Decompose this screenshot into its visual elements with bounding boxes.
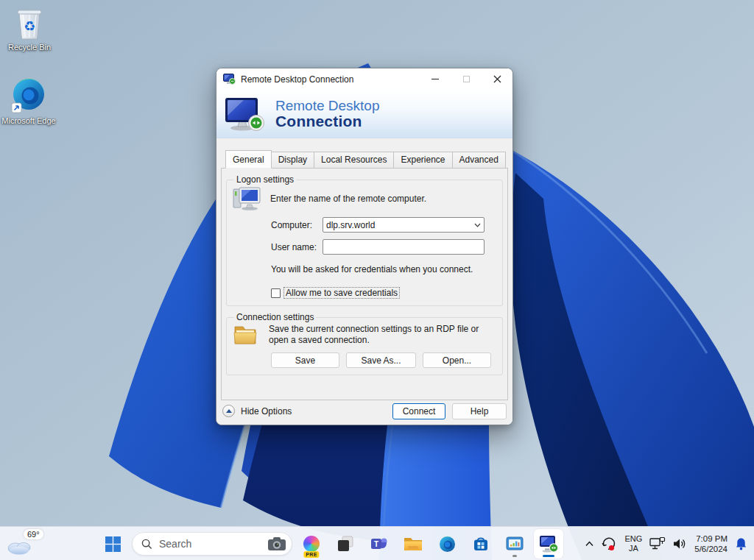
recycle-bin-icon: ♻ — [13, 6, 46, 41]
remote-desktop-taskbar-button[interactable] — [534, 529, 563, 559]
dialog-footer: Hide Options Connect Help — [216, 397, 512, 425]
svg-text:T: T — [374, 540, 378, 548]
tab-general[interactable]: General — [225, 150, 272, 169]
edge-icon — [10, 77, 47, 115]
dialog-body: General Display Local Resources Experien… — [216, 138, 512, 425]
taskbar-center: PRE T — [98, 529, 563, 559]
header-line2: Connection — [275, 113, 380, 130]
tab-panel-general: Logon settings Enter the name of the rem… — [221, 168, 508, 400]
save-button[interactable]: Save — [271, 352, 339, 368]
copilot-icon — [303, 536, 320, 552]
copilot-button[interactable]: PRE — [297, 529, 326, 559]
task-view-icon — [337, 535, 354, 553]
tab-local-resources[interactable]: Local Resources — [314, 152, 394, 169]
connection-settings-label: Connection settings — [234, 312, 316, 322]
language-secondary: JA — [624, 544, 642, 553]
start-button[interactable] — [98, 529, 127, 559]
weather-widget[interactable]: 69° — [6, 529, 54, 559]
cloud-icon — [6, 538, 34, 556]
volume-icon[interactable] — [672, 537, 688, 550]
search-icon — [141, 539, 152, 550]
teams-button[interactable]: T — [364, 529, 394, 559]
remote-desktop-logo-icon — [225, 96, 266, 132]
desktop-icon-label: Recycle Bin — [8, 43, 51, 52]
server-manager-icon — [506, 535, 524, 553]
dialog-header-banner: Remote Desktop Connection — [216, 90, 512, 138]
temperature-badge: 69° — [24, 529, 43, 539]
microsoft-store-button[interactable] — [466, 529, 496, 559]
help-button[interactable]: Help — [452, 403, 507, 419]
close-button[interactable] — [482, 68, 512, 90]
connection-description: Save the current connection settings to … — [269, 324, 491, 346]
microsoft-store-icon — [472, 535, 490, 553]
taskbar: 69° — [0, 526, 754, 560]
language-indicator[interactable]: ENG JA — [624, 534, 642, 553]
desktop: ♻ Recycle Bin Microsoft Edge — [0, 0, 754, 560]
notification-bell-icon[interactable] — [734, 536, 748, 551]
tab-display[interactable]: Display — [271, 152, 314, 169]
connect-button[interactable]: Connect — [392, 403, 445, 419]
copilot-pre-badge: PRE — [303, 551, 319, 558]
credentials-note: You will be asked for credentials when y… — [271, 264, 496, 274]
windows-logo-icon — [105, 536, 121, 552]
desktop-icon-microsoft-edge[interactable]: Microsoft Edge — [1, 77, 56, 126]
hidden-icons-chevron-icon[interactable] — [585, 540, 594, 547]
allow-save-credentials-label[interactable]: Allow me to save credentials — [284, 288, 399, 298]
connection-settings-group: Connection settings Save the current con… — [226, 312, 503, 375]
tab-experience[interactable]: Experience — [393, 152, 452, 169]
computer-combobox[interactable] — [323, 217, 485, 233]
hide-options-label: Hide Options — [241, 406, 292, 417]
tab-advanced[interactable]: Advanced — [452, 152, 506, 169]
logon-settings-label: Logon settings — [234, 174, 296, 185]
file-explorer-icon — [404, 536, 423, 552]
network-icon[interactable] — [649, 536, 666, 551]
teams-icon: T — [370, 535, 388, 553]
chevron-down-icon[interactable] — [471, 223, 484, 227]
dialog-header-text: Remote Desktop Connection — [275, 98, 380, 130]
dialog-titlebar[interactable]: Remote Desktop Connection — [216, 68, 512, 90]
header-line1: Remote Desktop — [275, 98, 380, 113]
system-tray: ENG JA 7:09 PM 5/6/2024 — [585, 527, 748, 560]
server-manager-button[interactable] — [500, 529, 529, 559]
clock[interactable]: 7:09 PM 5/6/2024 — [694, 534, 727, 554]
logon-instruction: Enter the name of the remote computer. — [270, 194, 426, 204]
maximize-button — [451, 68, 482, 90]
dialog-title: Remote Desktop Connection — [241, 74, 420, 85]
minimize-button[interactable] — [420, 68, 451, 90]
running-indicator — [512, 555, 517, 557]
svg-text:♻: ♻ — [24, 18, 35, 34]
maximize-icon — [463, 76, 470, 82]
edge-icon — [438, 535, 457, 553]
search-input[interactable] — [159, 538, 267, 550]
rdp-titlebar-icon — [223, 74, 236, 85]
computer-label: Computer: — [271, 220, 323, 230]
folder-icon — [233, 324, 258, 346]
tab-bar: General Display Local Resources Experien… — [225, 152, 512, 169]
hide-options-button[interactable]: Hide Options — [222, 405, 392, 417]
allow-save-credentials-checkbox[interactable] — [271, 288, 281, 298]
computer-input[interactable] — [323, 220, 471, 230]
username-input[interactable] — [323, 239, 485, 255]
restart-pending-icon[interactable] — [601, 536, 618, 552]
taskbar-search[interactable] — [132, 532, 292, 556]
save-as-button[interactable]: Save As... — [346, 352, 416, 368]
collapse-circle-icon — [222, 405, 235, 417]
visual-search-camera-icon[interactable] — [267, 536, 286, 551]
username-label: User name: — [271, 242, 323, 252]
desktop-icon-label: Microsoft Edge — [1, 116, 55, 126]
remote-desktop-icon — [539, 535, 559, 553]
tray-time: 7:09 PM — [694, 534, 727, 544]
computer-icon — [233, 187, 261, 210]
desktop-icon-recycle-bin[interactable]: ♻ Recycle Bin — [2, 6, 57, 52]
active-app-indicator — [543, 555, 554, 557]
edge-button[interactable] — [432, 529, 462, 559]
open-button[interactable]: Open... — [423, 352, 491, 368]
close-icon — [493, 75, 501, 83]
rdp-dialog: Remote Desktop Connection — [216, 68, 513, 425]
minimize-icon — [431, 79, 439, 79]
logon-settings-group: Logon settings Enter the name of the rem… — [226, 174, 503, 306]
tray-date: 5/6/2024 — [694, 544, 727, 554]
file-explorer-button[interactable] — [398, 529, 428, 559]
task-view-button[interactable] — [331, 529, 360, 559]
language-primary: ENG — [624, 534, 642, 544]
